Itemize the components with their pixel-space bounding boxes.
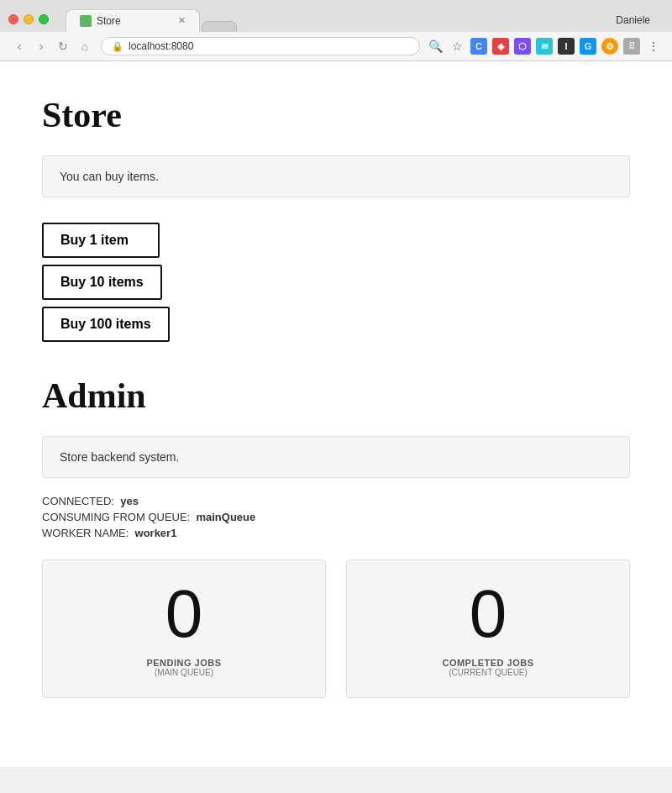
url-bar[interactable]: 🔒 localhost:8080 xyxy=(101,37,420,55)
maximize-button[interactable] xyxy=(39,14,49,24)
lock-icon: 🔒 xyxy=(112,41,123,52)
minimize-button[interactable] xyxy=(24,14,34,24)
queue-label: CONSUMING FROM QUEUE: xyxy=(42,511,190,523)
title-bar: Store ✕ Daniele xyxy=(0,0,672,32)
chrome-ext-icon[interactable]: C xyxy=(470,38,487,55)
back-button[interactable]: ‹ xyxy=(10,37,29,55)
browser-chrome: Store ✕ Daniele ‹ › ↻ ⌂ 🔒 localhost:8080… xyxy=(0,0,672,61)
connected-value: yes xyxy=(120,495,139,507)
pending-jobs-sublabel: (MAIN QUEUE) xyxy=(155,668,213,677)
page-content: Store You can buy items. Buy 1 item Buy … xyxy=(0,61,672,767)
completed-jobs-sublabel: (CURRENT QUEUE) xyxy=(449,668,528,677)
ext-icon-5[interactable]: G xyxy=(580,38,596,55)
tab-favicon xyxy=(80,15,92,27)
ext-icon-3[interactable]: ≋ xyxy=(536,38,553,55)
tab-close-icon[interactable]: ✕ xyxy=(178,15,186,26)
url-text: localhost:8080 xyxy=(129,40,193,52)
ext-icon-1[interactable]: ◈ xyxy=(492,38,509,55)
worker-label: WORKER NAME: xyxy=(42,527,129,539)
buy-10-button[interactable]: Buy 10 items xyxy=(42,265,162,300)
traffic-lights xyxy=(8,14,49,24)
admin-info-box: Store backend system. xyxy=(42,436,630,478)
forward-button[interactable]: › xyxy=(32,37,50,55)
active-tab[interactable]: Store ✕ xyxy=(66,9,200,32)
ext-icon-2[interactable]: ⬡ xyxy=(514,38,531,55)
toolbar-icons: 🔍 ☆ C ◈ ⬡ ≋ I G ⚙ ⠿ ⋮ xyxy=(427,38,662,55)
queue-value: mainQueue xyxy=(196,511,255,523)
address-bar: ‹ › ↻ ⌂ 🔒 localhost:8080 🔍 ☆ C ◈ ⬡ ≋ I G… xyxy=(0,32,672,61)
pending-jobs-number: 0 xyxy=(165,580,203,648)
home-button[interactable]: ⌂ xyxy=(76,37,94,55)
status-section: CONNECTED: yes CONSUMING FROM QUEUE: mai… xyxy=(42,495,630,539)
nav-buttons: ‹ › ↻ ⌂ xyxy=(10,37,94,55)
pending-jobs-label: PENDING JOBS xyxy=(146,658,221,668)
menu-icon[interactable]: ⋮ xyxy=(645,38,662,55)
buy-100-button[interactable]: Buy 100 items xyxy=(42,307,170,342)
ext-icon-7[interactable]: ⠿ xyxy=(623,38,640,55)
connected-label: CONNECTED: xyxy=(42,495,114,507)
buy-1-button[interactable]: Buy 1 item xyxy=(42,223,160,258)
tab-title: Store xyxy=(97,15,121,27)
completed-jobs-card: 0 COMPLETED JOBS (CURRENT QUEUE) xyxy=(346,559,630,698)
admin-info-text: Store backend system. xyxy=(60,450,179,464)
store-info-box: You can buy items. xyxy=(42,155,630,197)
store-info-text: You can buy items. xyxy=(60,170,159,183)
stats-cards: 0 PENDING JOBS (MAIN QUEUE) 0 COMPLETED … xyxy=(42,559,630,698)
admin-title: Admin xyxy=(42,375,630,416)
worker-value: worker1 xyxy=(135,527,177,539)
store-title: Store xyxy=(42,95,630,135)
bookmark-icon[interactable]: ☆ xyxy=(449,38,465,55)
search-icon[interactable]: 🔍 xyxy=(427,38,444,55)
pending-jobs-card: 0 PENDING JOBS (MAIN QUEUE) xyxy=(42,559,326,698)
tab-bar: Store ✕ xyxy=(57,9,616,32)
reload-button[interactable]: ↻ xyxy=(54,37,72,55)
buy-buttons-section: Buy 1 item Buy 10 items Buy 100 items xyxy=(42,223,630,342)
user-name: Daniele xyxy=(616,14,650,26)
ext-icon-4[interactable]: I xyxy=(558,38,575,55)
completed-jobs-number: 0 xyxy=(470,580,507,648)
completed-jobs-label: COMPLETED JOBS xyxy=(442,658,533,668)
close-button[interactable] xyxy=(8,14,18,24)
ext-icon-6[interactable]: ⚙ xyxy=(601,38,618,55)
inactive-tab[interactable] xyxy=(202,21,237,32)
